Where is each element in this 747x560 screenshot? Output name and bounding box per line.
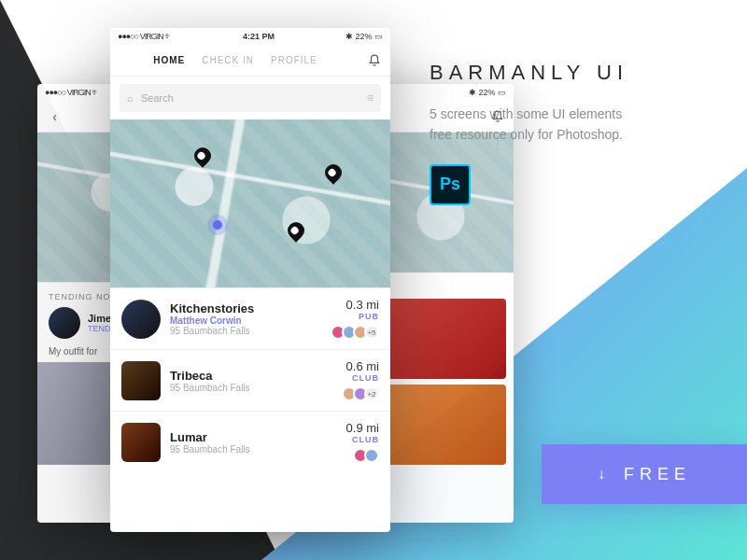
battery-icon: ✱ 22% ▭ [345, 32, 383, 41]
my-location-icon [213, 220, 222, 230]
free-download-button[interactable]: ↓ FREE [542, 444, 747, 504]
venue-distance: 0.3 mi [334, 298, 379, 312]
venue-name: Lumar [170, 430, 337, 444]
venue-address: 95 Baumbach Falls [170, 444, 337, 455]
avatar [49, 307, 80, 339]
free-label: FREE [624, 465, 691, 484]
download-arrow-icon: ↓ [598, 466, 611, 483]
venue-name: Tribeca [170, 369, 336, 383]
venue-name: Kitchenstories [170, 301, 325, 315]
venue-row[interactable]: Kitchenstories Matthew Corwin 95 Baumbac… [110, 287, 390, 349]
map-pin-icon[interactable] [284, 218, 307, 242]
phone-screen-main: ●●●○○ VIRGIN ᯤ 4:21 PM ✱ 22% ▭ HOME CHEC… [110, 28, 390, 532]
avatar-more[interactable]: +2 [364, 386, 379, 401]
status-bar: ●●●○○ VIRGIN ᯤ 4:21 PM ✱ 22% ▭ [110, 28, 390, 45]
venue-tag: CLUB [346, 435, 379, 444]
avatar-more[interactable]: +5 [364, 325, 379, 340]
signal-icon: ●●●○○ VIRGIN ᯤ [118, 32, 172, 41]
venue-address: 95 Baumbach Falls [170, 326, 325, 336]
venue-thumb [121, 423, 161, 462]
search-placeholder: Search [141, 92, 174, 104]
venue-row[interactable]: Tribeca 95 Baumbach Falls 0.6 mi CLUB +2 [110, 349, 390, 411]
venue-row[interactable]: Lumar 95 Baumbach Falls 0.9 mi CLUB [110, 411, 390, 472]
avatar [364, 448, 379, 463]
venue-tag: CLUB [345, 373, 379, 383]
venue-distance: 0.9 mi [346, 421, 379, 435]
promo-line2: free resource only for Photoshop. [430, 124, 710, 145]
venue-distance: 0.6 mi [345, 359, 379, 373]
status-time: 4:21 PM [243, 32, 275, 41]
venue-address: 95 Baumbach Falls [170, 383, 336, 393]
venue-tag: PUB [334, 312, 379, 321]
promo-line1: 5 screens with some UI elements [430, 104, 710, 124]
promo-block: BARMANLY UI 5 screens with some UI eleme… [430, 61, 710, 205]
photoshop-icon: Ps [430, 164, 471, 205]
venue-thumb [121, 300, 161, 339]
tab-home[interactable]: HOME [153, 55, 185, 65]
back-button[interactable]: ‹ [47, 109, 63, 124]
map-pin-icon[interactable] [321, 161, 345, 184]
map-view[interactable] [110, 119, 390, 287]
attendee-avatars [346, 448, 379, 463]
attendee-avatars: +5 [334, 325, 379, 340]
venue-thumb [121, 361, 161, 400]
phone-stage: ●●●○○ VIRGIN ᯤ 4:21 PM ✱ 22% ▭ ‹ TENDING… [37, 28, 467, 551]
nav-tabs: HOME CHECK IN PROFILE [110, 45, 390, 77]
tab-profile[interactable]: PROFILE [271, 55, 317, 65]
tab-checkin[interactable]: CHECK IN [202, 55, 254, 65]
venue-subtitle: Matthew Corwin [170, 315, 325, 326]
venue-list: Kitchenstories Matthew Corwin 95 Baumbac… [110, 287, 390, 472]
search-input[interactable]: ⌕ Search ≡ [120, 84, 381, 112]
map-pin-icon[interactable] [190, 144, 214, 167]
signal-icon: ●●●○○ VIRGIN ᯤ [45, 88, 99, 97]
bell-icon[interactable] [368, 54, 381, 67]
filter-icon[interactable]: ≡ [367, 91, 374, 105]
attendee-avatars: +2 [345, 386, 379, 401]
search-icon: ⌕ [127, 92, 134, 104]
promo-title: BARMANLY UI [430, 61, 710, 85]
